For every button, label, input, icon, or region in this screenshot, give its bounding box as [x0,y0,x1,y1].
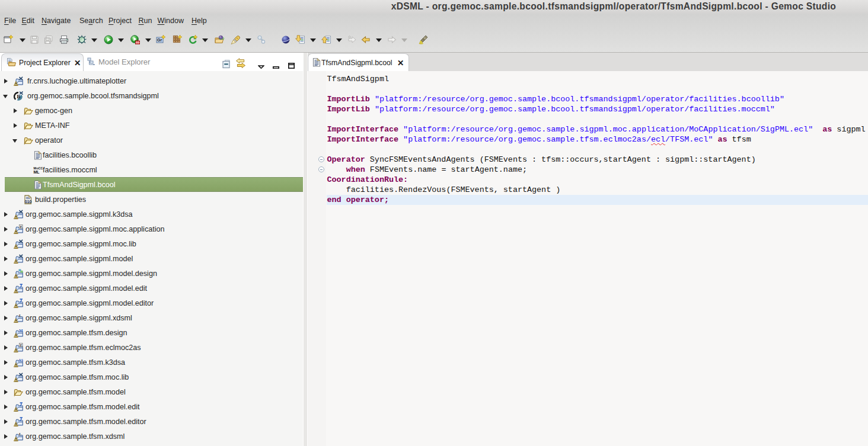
svg-text:010: 010 [25,198,31,204]
svg-text:Gr: Gr [157,38,162,42]
svg-text:ML: ML [34,169,40,174]
svg-text:B: B [17,94,20,100]
svg-text:E: E [20,224,23,229]
svg-text:E: E [20,343,23,347]
svg-text:L: L [19,432,22,437]
svg-text:AS: AS [18,358,23,362]
svg-text:L: L [19,313,22,318]
svg-text:M: M [19,328,23,333]
